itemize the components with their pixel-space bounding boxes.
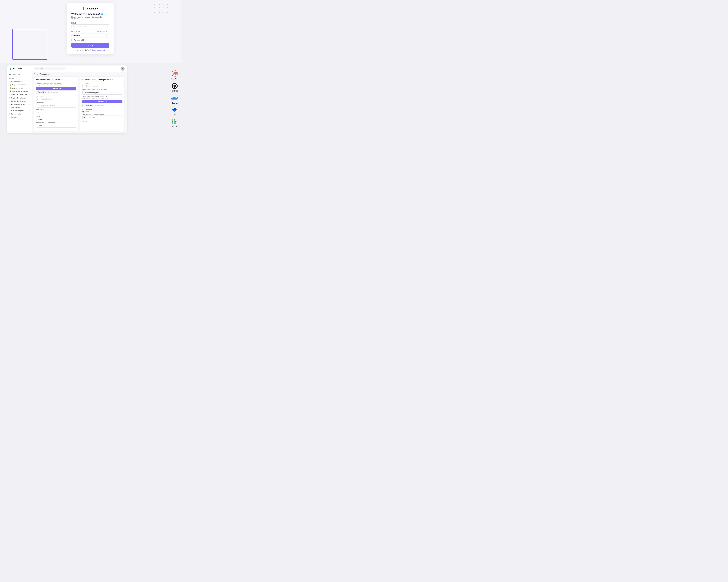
avatar[interactable]: 😊: [121, 67, 125, 71]
blue-border-decoration: [12, 29, 47, 60]
svg-rect-17: [172, 119, 173, 121]
logo-upload-button-label: Upload File: [53, 87, 61, 89]
parcours-select[interactable]: Bac+2: [36, 124, 76, 128]
sidebar-item-partenaires[interactable]: 👤 Gestion des partenaires ›: [7, 90, 32, 93]
contenu-icon: □: [84, 85, 84, 87]
breadcrumb-link[interactable]: Forms/: [34, 73, 40, 75]
actualites-label: Gestion des actualités: [11, 97, 26, 99]
logo-choose-file-button[interactable]: Choose File: [36, 91, 47, 94]
sidebar-item-formations[interactable]: □ Gestion des formations ›: [7, 93, 32, 96]
jira-logo-svg: [171, 107, 178, 113]
media-image-radio[interactable]: [82, 111, 84, 112]
sidebar-item-fonctionnalites[interactable]: □ Fonctionnalites ›: [7, 112, 32, 115]
github-name: GitHub: [172, 90, 178, 92]
sidebar-item-actualites[interactable]: □ Gestion des actualités ›: [7, 96, 32, 100]
right-logos: Laravel GitHub docker: [171, 70, 179, 128]
logo-upload-hint: Le logo doit être au format JPEG, PNG ou…: [36, 84, 76, 86]
sign-in-button[interactable]: Sign in: [71, 43, 109, 48]
svg-rect-5: [173, 96, 174, 98]
svg-rect-14: [175, 121, 177, 122]
bottom-section: 💲 it academy ⊞ Dashboard PAGES □ Account…: [0, 62, 181, 133]
objectif-label: Objectif Settings: [12, 87, 23, 89]
objectif-icon: 🔒: [9, 87, 11, 89]
team-settings-chevron: ›: [29, 107, 30, 108]
password-input[interactable]: [71, 33, 109, 38]
dashboard-icon: ⊞: [9, 74, 11, 76]
breadcrumb-current: Formations: [40, 73, 50, 75]
sidebar-logo: 💲 it academy: [7, 67, 32, 72]
search-input[interactable]: [38, 68, 64, 70]
contenu-input[interactable]: [82, 84, 123, 88]
youtube-label: VIDEO YOUTUBE PUBLICITAIRE: [82, 114, 123, 115]
forgot-password-link[interactable]: Forgot Password?: [97, 31, 109, 32]
intitule-label: INTITULÉ *: [36, 95, 76, 97]
image-upload-button[interactable]: ⬆ Upload File: [82, 100, 123, 103]
sidebar-logo-text: it academy: [13, 68, 22, 70]
toggle-password-icon[interactable]: 👁: [106, 34, 108, 36]
type-select[interactable]: Initiale: [36, 117, 76, 121]
sidebar-item-sections[interactable]: □ Sections ›: [7, 115, 32, 119]
actualites-chevron: ›: [29, 97, 30, 99]
partenaires-icon: 👤: [9, 90, 11, 92]
annonces-label: Annonces de stages: [11, 104, 25, 105]
left-form-panel: Informations sur les formations TÉLÉCHAR…: [34, 76, 78, 131]
contenu-label: CONTENU*: [82, 82, 123, 84]
sidebar-item-domaines[interactable]: □ Gestion des domaines ›: [7, 100, 32, 103]
sidebar-item-objectif[interactable]: 🔒 Objectif Settings ›: [7, 86, 32, 90]
laravel-logo-svg: [171, 70, 178, 77]
youtube-input[interactable]: [86, 116, 122, 119]
actualites-icon: □: [9, 97, 10, 99]
sidebar-item-account-settings[interactable]: □ Account Settings ›: [7, 80, 32, 83]
formations-icon: □: [9, 94, 10, 95]
jira-logo-box: Jira: [171, 107, 178, 115]
image-upload-area: ⬆ Upload File Choose File No file chosen: [82, 100, 123, 107]
sidebar-item-annonces[interactable]: □ Annonces de stages ›: [7, 103, 32, 106]
account-settings-label: Account Settings: [11, 81, 23, 82]
bottom-dot-decoration: [87, 60, 94, 61]
partenaires-chevron: ›: [29, 91, 30, 92]
sidebar-dashboard-item[interactable]: ⊞ Dashboard: [7, 73, 32, 77]
fonctionnalites-label: Fonctionnalites: [11, 113, 22, 115]
logo-text: it academy: [86, 7, 99, 10]
logo-upload-label: TÉLÉCHARGER UN NOUVEAU LOGO*: [36, 82, 76, 84]
svg-rect-16: [174, 122, 175, 124]
image-upload-button-label: Upload File: [100, 101, 107, 103]
dashboard-panel: 💲 it academy ⊞ Dashboard PAGES □ Account…: [7, 65, 127, 133]
sidebar-item-team-settings[interactable]: □ Team Settings ›: [7, 106, 32, 109]
remember-me-label[interactable]: Remember Me: [74, 39, 85, 41]
media-image-label[interactable]: Image: [85, 111, 89, 112]
email-label: EMAIL: [71, 22, 109, 24]
image-choose-file-button[interactable]: Choose File: [82, 104, 93, 107]
type-label: TYPE *: [36, 115, 76, 117]
domaines-chevron: ›: [29, 101, 30, 102]
team-settings-label: Team Settings: [11, 107, 21, 108]
svg-rect-12: [174, 119, 175, 121]
logo-upload-button[interactable]: ⬆ Upload File: [36, 87, 76, 90]
sidebar: 💲 it academy ⊞ Dashboard PAGES □ Account…: [7, 65, 32, 133]
annonces-icon: □: [9, 104, 10, 105]
email-input[interactable]: [71, 24, 109, 29]
organisme-icon: 🔒: [9, 84, 11, 86]
youtube-row: ▶: [82, 115, 123, 119]
section-select[interactable]: présentation entreprise: [82, 91, 123, 94]
organisme-label: Organisme Settings: [12, 84, 26, 86]
domaine-select[interactable]: SI: [36, 111, 76, 114]
organisme-chevron: ›: [29, 84, 30, 86]
dashboard-label: Dashboard: [12, 74, 20, 76]
membres-chevron: ›: [29, 110, 30, 111]
search-box[interactable]: 🔍: [34, 67, 66, 71]
intitule-input[interactable]: [36, 97, 76, 101]
remember-me-checkbox[interactable]: [71, 39, 73, 41]
logo-file-chooser: Choose File No file chosen: [36, 90, 76, 94]
docker-logo-svg: [171, 95, 179, 101]
media-radio-group: Image: [82, 111, 123, 112]
sidebar-logo-icon: 💲: [9, 67, 12, 70]
partenaires-label: Gestion des partenaires: [12, 91, 28, 92]
membres-label: Membres d'equipe: [11, 110, 24, 112]
sidebar-item-organisme[interactable]: 🔒 Organisme Settings ›: [7, 83, 32, 86]
acronyme-input[interactable]: [36, 104, 76, 108]
create-account-link[interactable]: Create an account: [92, 49, 105, 51]
password-label: PASSWORD: [71, 31, 80, 32]
right-form-panel: Informations sur l'article publicitaire …: [80, 76, 125, 131]
sidebar-item-membres[interactable]: □ Membres d'equipe ›: [7, 109, 32, 112]
